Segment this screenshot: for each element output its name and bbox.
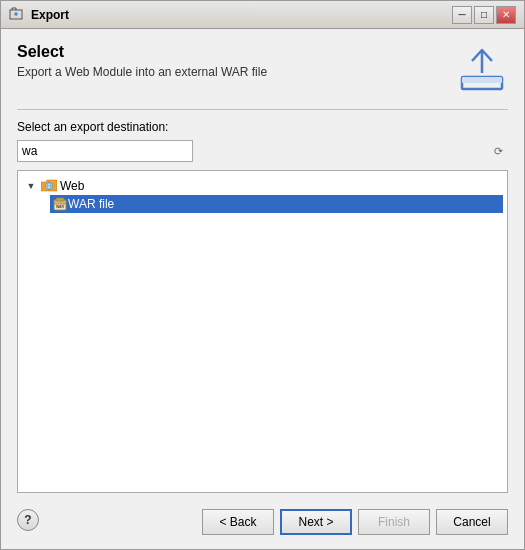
export-dialog: Export ─ □ ✕ Select Export a Web Module … <box>0 0 525 550</box>
war-file-icon: WAR <box>52 196 68 212</box>
window-controls: ─ □ ✕ <box>452 6 516 24</box>
back-button[interactable]: < Back <box>202 509 274 535</box>
search-row: ⟳ <box>17 140 508 162</box>
dialog-header: Select Export a Web Module into an exter… <box>17 43 508 95</box>
tree-child-war: WAR WAR file <box>22 195 503 213</box>
search-clear-button[interactable]: ⟳ <box>490 143 506 159</box>
svg-text:WAR: WAR <box>56 205 65 209</box>
tree-item-war[interactable]: WAR WAR file <box>50 195 503 213</box>
destination-label: Select an export destination: <box>17 120 508 134</box>
tree-area[interactable]: ▼ Web <box>17 170 508 493</box>
close-button[interactable]: ✕ <box>496 6 516 24</box>
search-input[interactable] <box>17 140 193 162</box>
minimize-button[interactable]: ─ <box>452 6 472 24</box>
cancel-button[interactable]: Cancel <box>436 509 508 535</box>
tree-toggle-web[interactable]: ▼ <box>24 179 38 193</box>
finish-button[interactable]: Finish <box>358 509 430 535</box>
header-text: Select Export a Web Module into an exter… <box>17 43 267 79</box>
web-folder-icon <box>41 178 57 194</box>
tree-node-web[interactable]: ▼ Web <box>22 177 503 195</box>
header-separator <box>17 109 508 110</box>
header-export-icon <box>456 43 508 95</box>
export-svg <box>458 45 506 93</box>
next-button[interactable]: Next > <box>280 509 352 535</box>
dialog-subtitle: Export a Web Module into an external WAR… <box>17 65 267 79</box>
svg-rect-2 <box>462 77 502 83</box>
dialog-title: Select <box>17 43 267 61</box>
tree-item-war-label: WAR file <box>68 197 114 211</box>
help-button[interactable]: ? <box>17 509 39 531</box>
action-buttons: < Back Next > Finish Cancel <box>202 501 508 539</box>
tree-node-web-label: Web <box>60 179 84 193</box>
title-bar: Export ─ □ ✕ <box>1 1 524 29</box>
maximize-button[interactable]: □ <box>474 6 494 24</box>
dialog-content: Select Export a Web Module into an exter… <box>1 29 524 549</box>
window-icon <box>9 7 25 23</box>
svg-rect-9 <box>56 198 64 201</box>
footer: ? < Back Next > Finish Cancel <box>17 493 508 539</box>
search-wrapper: ⟳ <box>17 140 508 162</box>
window-title: Export <box>31 8 452 22</box>
